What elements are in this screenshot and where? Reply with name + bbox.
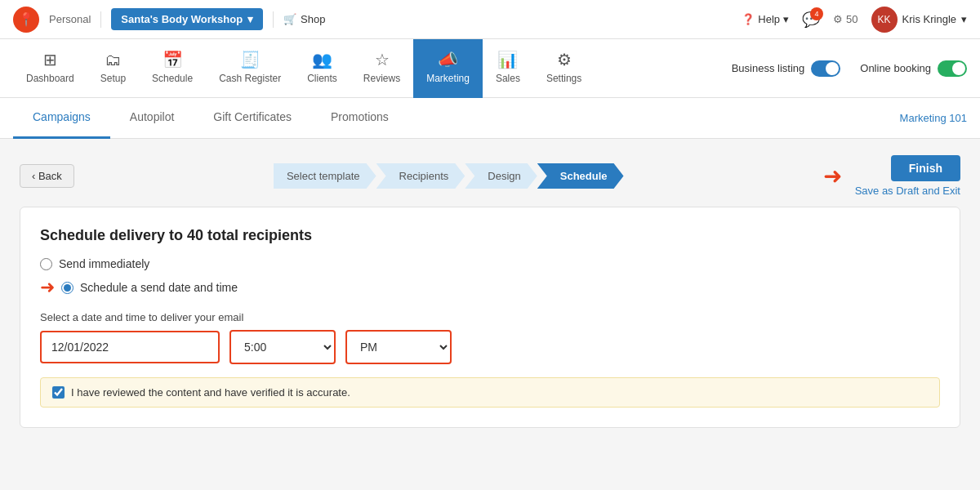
online-booking-label: Online booking [860,62,931,74]
business-dropdown[interactable]: Santa's Body Workshop ▾ [111,8,263,30]
divider2 [273,11,274,28]
finish-arrow-icon: ➜ [823,163,842,189]
business-listing-toggle-group: Business listing [732,60,841,77]
personal-link[interactable]: Personal [49,13,91,25]
app-logo: 📍 [13,7,39,33]
marketing-icon: 📣 [438,50,458,69]
cart-icon: 🛒 [283,13,296,25]
marketing-101-link[interactable]: Marketing 101 [900,112,967,124]
notifications-button[interactable]: 💬 4 [802,11,820,29]
user-chevron: ▾ [961,13,967,25]
tab-promotions[interactable]: Promotions [311,98,408,139]
step-label-schedule: Schedule [537,163,624,189]
nav-item-clients[interactable]: 👥 Clients [294,39,350,98]
schedule-send-radio[interactable] [61,282,74,294]
help-button[interactable]: ❓ Help ▾ [742,13,789,25]
wizard-bar: ‹ Back Select template Recipients Design… [20,155,960,197]
online-booking-toggle[interactable] [938,60,967,77]
dashboard-icon: ⊞ [43,50,57,69]
radio-group: Send immediately ➜ Schedule a send date … [40,257,940,298]
nav-label-reviews: Reviews [363,73,400,84]
help-icon: ❓ [742,13,755,25]
accuracy-checkbox[interactable] [52,386,65,399]
step-label-recipients: Recipients [376,163,466,189]
gear-icon: ⚙ [833,13,843,25]
send-immediately-radio[interactable] [40,258,52,270]
step-label-design: Design [465,163,537,189]
nav-label-setup: Setup [100,73,126,84]
tab-gift-certificates[interactable]: Gift Certificates [194,98,311,139]
wizard-steps: Select template Recipients Design Schedu… [274,163,624,189]
main-content: ‹ Back Select template Recipients Design… [0,139,980,444]
step-schedule-active: Schedule [537,163,624,189]
schedule-arrow-icon: ➜ [40,277,55,298]
radio-send-immediately[interactable]: Send immediately [40,257,940,270]
send-immediately-label: Send immediately [59,257,149,270]
time-select[interactable]: 5:00 5:30 6:00 [229,330,336,364]
nav-label-settings: Settings [546,73,581,84]
nav-label-schedule: Schedule [152,73,193,84]
nav-bar-toggles: Business listing Online booking [732,60,967,77]
divider [100,11,101,28]
accuracy-label: I have reviewed the content and have ver… [71,386,350,399]
shop-link[interactable]: 🛒 Shop [283,13,325,25]
step-recipients: Recipients [376,163,466,189]
nav-label-cash-register: Cash Register [219,73,281,84]
nav-item-setup[interactable]: 🗂 Setup [87,39,139,98]
chevron-down-icon: ▾ [247,13,253,25]
main-nav: ⊞ Dashboard 🗂 Setup 📅 Schedule 🧾 Cash Re… [0,39,980,98]
schedule-card: Schedule delivery to 40 total recipients… [20,207,960,428]
settings-icon: ⚙ [557,50,572,69]
schedule-icon: 📅 [163,50,183,69]
step-select-template: Select template [274,163,376,189]
tab-campaigns[interactable]: Campaigns [13,98,110,139]
nav-label-dashboard: Dashboard [26,73,74,84]
nav-item-dashboard[interactable]: ⊞ Dashboard [13,39,87,98]
credits-button[interactable]: ⚙ 50 [833,13,858,25]
notif-badge: 4 [810,7,823,20]
ampm-select[interactable]: AM PM [345,330,452,364]
radio-schedule: ➜ Schedule a send date and time [40,277,940,298]
accuracy-checkbox-row[interactable]: I have reviewed the content and have ver… [40,377,940,408]
business-listing-label: Business listing [732,62,805,74]
help-chevron: ▾ [783,13,789,25]
save-draft-link[interactable]: Save as Draft and Exit [855,185,960,197]
step-label-select-template: Select template [274,163,376,189]
nav-label-sales: Sales [496,73,520,84]
business-name: Santa's Body Workshop [121,13,243,25]
schedule-send-label: Schedule a send date and time [80,281,238,294]
user-avatar: KK [871,7,898,33]
wizard-right: ➜ Finish Save as Draft and Exit [823,155,960,197]
nav-item-schedule[interactable]: 📅 Schedule [139,39,206,98]
top-bar: 📍 Personal Santa's Body Workshop ▾ 🛒 Sho… [0,0,980,39]
cash-register-icon: 🧾 [240,50,261,69]
date-input[interactable] [40,331,220,363]
nav-label-marketing: Marketing [426,73,470,84]
sales-icon: 📊 [497,50,518,69]
nav-item-sales[interactable]: 📊 Sales [483,39,533,98]
step-design: Design [465,163,537,189]
date-time-row: 5:00 5:30 6:00 AM PM [40,330,940,364]
online-booking-toggle-group: Online booking [860,60,967,77]
tab-autopilot[interactable]: Autopilot [110,98,194,139]
business-listing-toggle[interactable] [811,60,840,77]
nav-label-clients: Clients [307,73,337,84]
nav-item-reviews[interactable]: ☆ Reviews [350,39,413,98]
nav-item-cash-register[interactable]: 🧾 Cash Register [206,39,294,98]
nav-item-settings[interactable]: ⚙ Settings [533,39,595,98]
reviews-icon: ☆ [375,50,390,69]
back-button[interactable]: ‹ Back [20,164,74,188]
user-menu[interactable]: KK Kris Kringle ▾ [871,7,967,33]
tabs-bar: Campaigns Autopilot Gift Certificates Pr… [0,98,980,139]
card-title: Schedule delivery to 40 total recipients [40,227,940,244]
finish-button[interactable]: Finish [891,155,960,181]
nav-item-marketing[interactable]: 📣 Marketing [413,39,483,98]
top-bar-right: ❓ Help ▾ 💬 4 ⚙ 50 KK Kris Kringle ▾ [742,7,967,33]
clients-icon: 👥 [312,50,332,69]
setup-icon: 🗂 [105,51,121,69]
date-time-label: Select a date and time to deliver your e… [40,311,940,323]
